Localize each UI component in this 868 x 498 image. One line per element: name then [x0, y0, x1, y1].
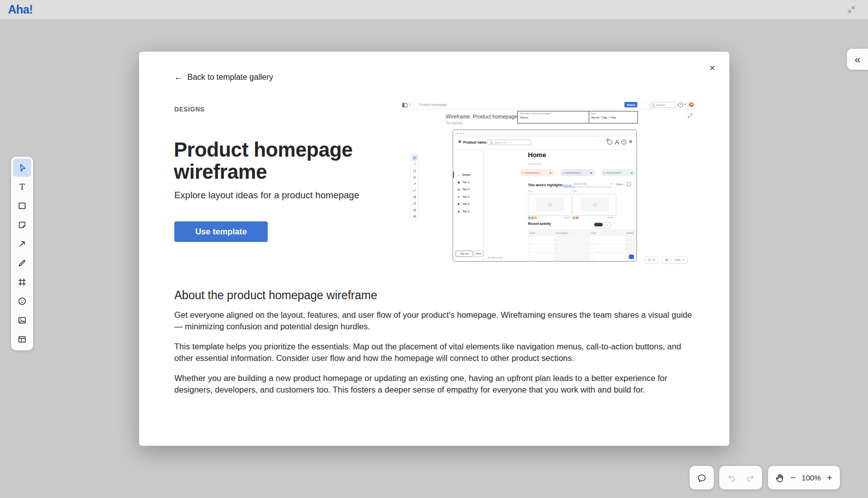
wireframe-header-icons: ? ⚙ — [607, 140, 632, 145]
about-paragraph: This template helps you prioritize the e… — [174, 341, 698, 364]
wireframe-sidebar: ⌂Home ▣Tab 2 ▤Tab 3 ★Tab 4 ◆Tab 5 ■Tab 6… — [453, 149, 484, 261]
zoom-in-button[interactable]: + — [825, 472, 833, 483]
wireframe-template-label: Template — [446, 120, 517, 126]
meta-date-cell: Date Month / Day / Year — [589, 111, 637, 123]
back-to-gallery-link[interactable]: ← Back to template gallery — [174, 72, 273, 82]
product-logo-icon: ✻ — [458, 140, 462, 144]
medal-badge-icon: ★ — [590, 171, 592, 174]
image-icon — [17, 315, 27, 325]
hand-tool-icon[interactable] — [775, 473, 785, 483]
highlight-card — [528, 194, 572, 216]
wireframe-browser-window: ✻ Product name Search text ? ⚙ ⌂Home ▣Ta… — [453, 130, 637, 262]
table-cell: — — [591, 238, 594, 241]
table-cell: — — [530, 256, 532, 259]
plus-icon: + — [684, 102, 687, 106]
history-toolbar — [719, 466, 762, 489]
zoom-out-button[interactable]: − — [789, 472, 797, 483]
table-cell: — — [556, 256, 558, 259]
disclaimer-text: Disclaimer text — [488, 257, 503, 259]
redo-icon[interactable] — [745, 473, 755, 483]
undo-icon[interactable] — [726, 473, 736, 483]
star-icon: ★ — [631, 171, 633, 174]
arrow-tool-button[interactable] — [13, 235, 31, 253]
highlight-card — [573, 194, 616, 216]
trophy-icon: ★ — [550, 171, 552, 174]
preview-app-chrome: ‹ › Product homepage Share ··· Search ? … — [397, 101, 698, 109]
text-icon — [17, 182, 27, 192]
card-microtext — [564, 217, 570, 218]
select-tool-button[interactable] — [13, 159, 31, 177]
preview-share-button: Share — [624, 102, 637, 107]
table-cell: — — [556, 247, 558, 250]
preview-canvas-label: Wireframe: Product homepage Template — [446, 113, 517, 126]
preview-zoom-pill: − 70% + — [662, 256, 688, 264]
close-modal-button[interactable]: × — [709, 63, 715, 73]
table-header-cell: Details — [625, 230, 637, 235]
notification-bell-icon — [607, 140, 612, 145]
mini-rectangle-icon — [412, 168, 417, 174]
preview-search-input: Search — [649, 102, 678, 108]
nav-item-tab3: ▤Tab 3 — [453, 186, 483, 192]
achievement-pill-2: ♦ Achievement 2 ★ — [560, 169, 595, 176]
sticky-note-icon — [17, 220, 27, 230]
back-arrow-icon: ← — [174, 72, 183, 82]
preview-breadcrumb: Product homepage — [419, 103, 447, 106]
wireframe-app-header: ✻ Product name Search text ? ⚙ — [453, 137, 636, 150]
close-icon: × — [709, 62, 715, 73]
frame-tool-button[interactable] — [13, 273, 31, 291]
shape-tool-button[interactable] — [13, 197, 31, 215]
table-cell: — — [626, 247, 629, 250]
collapse-icon — [846, 5, 856, 15]
image-placeholder — [536, 198, 564, 212]
hand-icon — [665, 258, 669, 262]
text-tool-button[interactable] — [13, 178, 31, 196]
image-tool-button[interactable] — [13, 311, 31, 329]
wireframe-main: Home Description ♦ Achievement 1 ★ ♦ Ach… — [484, 149, 636, 261]
pen-tool-button[interactable] — [13, 254, 31, 272]
plus-icon: + — [683, 258, 685, 262]
select-view-dropdown: Select view▾ — [574, 182, 612, 187]
table-cell: — — [591, 256, 594, 259]
collapse-window-button[interactable] — [846, 4, 857, 15]
sticker-icon — [17, 296, 27, 306]
highlights-heading: This week's highlights — [528, 183, 563, 187]
redo-icon: ↻ — [653, 258, 656, 262]
table-cell: — — [591, 247, 594, 250]
zoom-level[interactable]: 100% — [802, 473, 821, 482]
sidebar-collapse-button[interactable]: « — [847, 49, 868, 70]
option-label: Option — [616, 183, 623, 186]
image-placeholder — [581, 198, 609, 212]
comment-button[interactable] — [690, 466, 714, 489]
help-icon: ? — [621, 140, 626, 145]
wireframe-body: ⌂Home ▣Tab 2 ▤Tab 3 ★Tab 4 ◆Tab 5 ■Tab 6… — [453, 149, 636, 261]
panel-icon — [402, 103, 407, 107]
window-dot — [463, 133, 464, 134]
user-icon — [615, 140, 619, 144]
about-section: About the product homepage wireframe Get… — [174, 289, 698, 404]
table-cell: — — [530, 247, 532, 250]
sticker-tool-button[interactable] — [13, 292, 31, 310]
preview-zoom-bar: ↺ ↻ − 70% + — [644, 256, 688, 264]
card-title-label: Title — [573, 190, 577, 193]
wireframe-search-input: Search text — [487, 140, 531, 145]
nav-item-home: ⌂Home — [453, 172, 483, 178]
table-tool-button[interactable] — [13, 330, 31, 348]
search-icon — [652, 103, 655, 106]
wireframe-page-title: Home — [528, 151, 546, 159]
template-preview-image: ‹ › Product homepage Share ··· Search ? … — [397, 101, 698, 268]
search-icon — [490, 141, 493, 144]
avatar-dot-cluster — [528, 216, 537, 220]
use-template-button[interactable]: Use template — [174, 221, 268, 242]
category-eyebrow: DESIGNS — [174, 106, 204, 113]
sticky-note-tool-button[interactable] — [13, 216, 31, 234]
aha-logo[interactable]: Aha! — [8, 3, 33, 17]
medal-icon: ♦ — [604, 172, 605, 174]
caret-down-icon: ▾ — [610, 182, 612, 185]
mini-pencil-icon — [412, 188, 417, 193]
template-subtitle: Explore layout ideas for a product homep… — [174, 190, 359, 201]
comment-bubble-icon — [697, 473, 707, 483]
table-cell: — — [626, 238, 629, 241]
rectangle-icon — [17, 201, 27, 211]
see-all-link: See all → — [563, 184, 575, 187]
gear-icon: ⚙ — [629, 140, 632, 144]
